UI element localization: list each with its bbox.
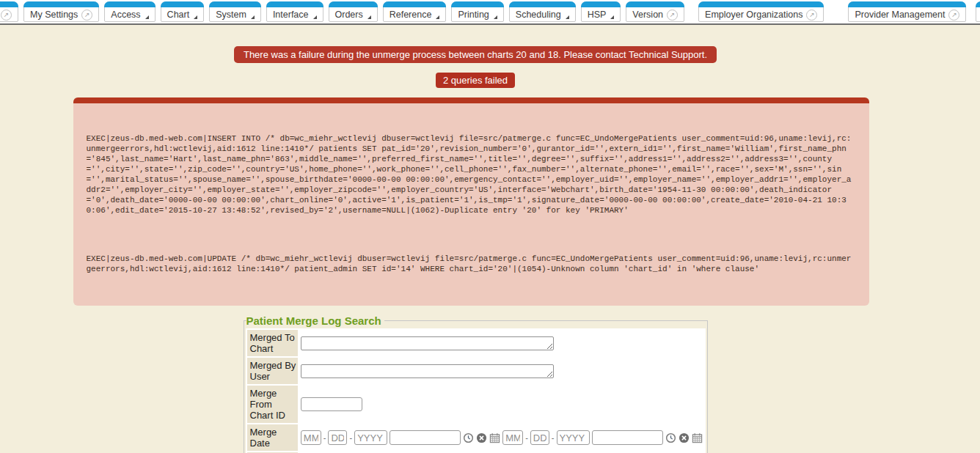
sql-update-error-text: EXEC|zeus-db.med-web.com|UPDATE /* db=wc…	[87, 254, 858, 274]
tab-version[interactable]: Version	[626, 1, 684, 22]
merge-date-start-month-input[interactable]	[301, 430, 321, 445]
merge-date-end-month-input[interactable]	[502, 430, 523, 445]
menu-arrow-icon	[368, 15, 371, 19]
tab-label: My Settings	[30, 10, 78, 20]
merge-date-start-time-input[interactable]	[390, 430, 461, 445]
tab-partial-overflow[interactable]	[0, 1, 18, 22]
menu-arrow-icon	[251, 15, 255, 19]
tab-label: Interface	[273, 10, 309, 20]
menu-arrow-icon	[145, 15, 149, 19]
external-link-icon	[806, 10, 817, 21]
sql-insert-error-text: EXEC|zeus-db.med-web.com|INSERT INTO /* …	[87, 133, 858, 216]
tab-label: Provider Management	[855, 10, 945, 20]
date-separator: -	[552, 433, 555, 442]
tab-label: Orders	[335, 10, 363, 20]
tab-similar-exposure-groups[interactable]: Similar Exposure Groups (SEGs)	[976, 1, 980, 22]
merge-date-start-year-input[interactable]	[354, 430, 387, 445]
tab-label: System	[216, 10, 246, 20]
merged-to-chart-input[interactable]	[301, 336, 554, 350]
tab-provider-management[interactable]: Provider Management	[848, 1, 966, 22]
date-separator: -	[323, 433, 326, 442]
date-separator: -	[349, 433, 352, 442]
clock-icon[interactable]	[463, 432, 474, 443]
tab-label: Chart	[167, 10, 190, 20]
tab-hsp[interactable]: HSP	[581, 1, 621, 22]
merge-date-label: Merge Date	[247, 424, 298, 451]
external-link-icon	[667, 10, 678, 21]
tab-access[interactable]: Access	[104, 1, 155, 22]
menu-arrow-icon	[436, 15, 439, 19]
unmerge-failure-banner: There was a failure during the unmerge p…	[234, 46, 717, 63]
tab-interface[interactable]: Interface	[266, 1, 323, 22]
sql-error-log-header-bar	[73, 97, 869, 103]
menu-arrow-icon	[610, 15, 614, 19]
tab-chart[interactable]: Chart	[161, 1, 205, 22]
menu-arrow-icon	[566, 15, 569, 19]
tab-label: Employer Organizations	[705, 10, 802, 20]
tab-label: Version	[632, 10, 663, 20]
form-legend: Patient Merge Log Search	[246, 314, 384, 327]
calendar-icon[interactable]	[692, 432, 703, 443]
tab-scheduling[interactable]: Scheduling	[509, 1, 576, 22]
menu-arrow-icon	[313, 15, 317, 19]
tab-label: Printing	[458, 10, 489, 20]
table-row: Merge Date - - -	[247, 424, 704, 451]
tab-label: Scheduling	[516, 10, 561, 20]
tab-my-settings[interactable]: My Settings	[23, 1, 99, 22]
tab-reference[interactable]: Reference	[383, 1, 447, 22]
tab-label: Reference	[390, 10, 432, 20]
clock-icon[interactable]	[665, 432, 676, 443]
merge-date-end-time-input[interactable]	[592, 430, 663, 445]
external-link-icon	[81, 10, 92, 21]
tab-label: Access	[111, 10, 140, 20]
merge-from-chart-id-label: Merge From Chart ID	[247, 386, 298, 423]
merge-date-start-day-input[interactable]	[328, 430, 347, 445]
clear-date-icon[interactable]	[679, 432, 690, 443]
merged-by-user-label: Merged By User	[247, 358, 298, 384]
merge-from-chart-id-input[interactable]	[301, 397, 362, 411]
patient-merge-log-search-form: Patient Merge Log Search Merged To Chart…	[244, 314, 708, 453]
external-link-icon	[948, 10, 959, 21]
merged-to-chart-label: Merged To Chart	[247, 330, 298, 356]
merge-date-end-year-input[interactable]	[557, 430, 590, 445]
tab-system[interactable]: System	[209, 1, 261, 22]
merge-date-end-day-input[interactable]	[530, 430, 549, 445]
admin-tab-bar: My Settings Access Chart System Interfac…	[0, 0, 980, 25]
menu-arrow-icon	[194, 15, 197, 19]
menu-arrow-icon	[494, 15, 497, 19]
external-link-icon	[1, 10, 12, 21]
sql-error-log: EXEC|zeus-db.med-web.com|INSERT INTO /* …	[73, 97, 869, 306]
tab-printing[interactable]: Printing	[451, 1, 503, 22]
tab-employer-organizations[interactable]: Employer Organizations	[698, 1, 824, 22]
table-row: Merged By User	[247, 358, 704, 384]
queries-failed-badge: 2 queries failed	[436, 73, 515, 88]
calendar-icon[interactable]	[489, 432, 500, 443]
table-row: Merged To Chart	[247, 330, 704, 356]
table-row: Merge From Chart ID	[247, 386, 704, 423]
clear-date-icon[interactable]	[476, 432, 487, 443]
date-separator: -	[525, 433, 528, 442]
merged-by-user-input[interactable]	[301, 364, 554, 378]
tab-label: HSP	[588, 10, 607, 20]
tab-orders[interactable]: Orders	[329, 1, 378, 22]
